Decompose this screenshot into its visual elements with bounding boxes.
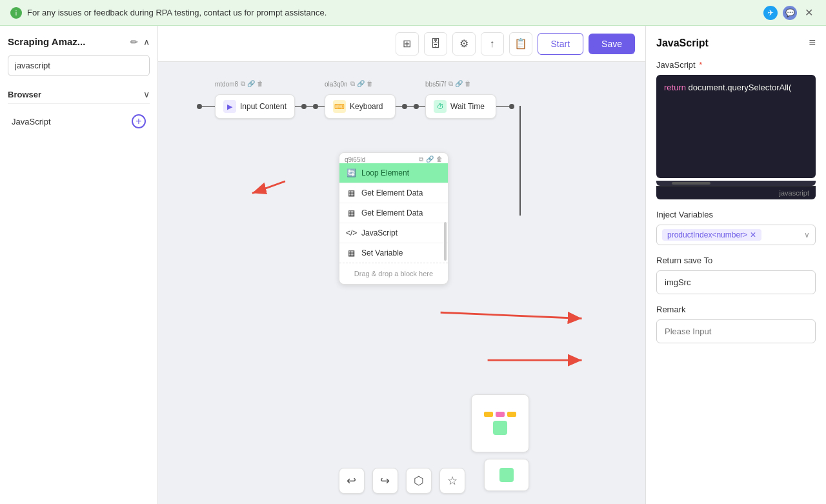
- link-icon[interactable]: 🔗: [247, 80, 255, 88]
- javascript-item-label: JavaScript: [12, 117, 51, 126]
- add-javascript-button[interactable]: +: [132, 114, 146, 128]
- panel-menu-icon[interactable]: ≡: [809, 36, 816, 50]
- undo-icon: ↩: [347, 474, 356, 488]
- star-button[interactable]: ☆: [439, 468, 465, 494]
- loop-scrollbar[interactable]: [444, 222, 447, 261]
- inject-tag-close[interactable]: ✕: [750, 230, 756, 239]
- cube-icon: ⬡: [414, 474, 424, 488]
- connector-2-3: [396, 104, 425, 109]
- editor-scrollbar[interactable]: [656, 181, 816, 186]
- input-content-label: Input Content: [240, 102, 287, 111]
- code-method: document.querySelectorAll(: [689, 83, 792, 92]
- panel-header: JavaScript ≡: [656, 36, 816, 50]
- get-element-1-label: Get Element Data: [361, 188, 423, 197]
- browser-label: Browser: [8, 90, 41, 99]
- keyboard-label: Keyboard: [350, 102, 383, 111]
- telegram-icon[interactable]: ✈: [763, 6, 778, 20]
- sidebar-header: Scraping Amaz... ✏ ∧: [8, 36, 150, 47]
- discord-icon[interactable]: 💬: [783, 6, 797, 20]
- copy-icon[interactable]: ⧉: [241, 80, 245, 88]
- browser-section: Browser ∨: [8, 85, 150, 104]
- database-icon-button[interactable]: 🗄: [424, 32, 447, 55]
- sidebar-title: Scraping Amaz...: [8, 36, 85, 47]
- star-icon: ☆: [447, 474, 458, 488]
- clipboard-icon-button[interactable]: 📋: [509, 32, 532, 55]
- loop-item-get-element-1[interactable]: ▦ Get Element Data: [339, 183, 448, 203]
- remark-input[interactable]: [656, 319, 816, 343]
- code-editor[interactable]: return document.querySelectorAll(: [656, 75, 816, 178]
- canvas-toolbar: ⊞ 🗄 ⚙ ↑ 📋 Start Save: [158, 26, 645, 62]
- notification-close-button[interactable]: ✕: [802, 4, 816, 21]
- main-layout: Scraping Amaz... ✏ ∧ Browser ∨ JavaScrip…: [0, 26, 826, 504]
- inject-tag: productIndex<number> ✕: [662, 229, 761, 241]
- connector-1-2: [295, 104, 325, 109]
- inject-input-row[interactable]: productIndex<number> ✕ ∨: [656, 225, 816, 245]
- copy-icon-3[interactable]: ⧉: [448, 80, 453, 88]
- sidebar-item-javascript[interactable]: JavaScript +: [8, 109, 150, 134]
- canvas-content[interactable]: mtdom8 ⧉ 🔗 🗑 ▶ Input Content: [158, 62, 645, 504]
- loop-element-icon: 🔄: [346, 168, 356, 177]
- delete-icon-3[interactable]: 🗑: [465, 80, 471, 88]
- mini-bar-orange-2: [507, 412, 516, 417]
- cube-button[interactable]: ⬡: [406, 468, 432, 494]
- mini-bars: [484, 412, 516, 417]
- notification-icons: ✈ 💬: [763, 6, 797, 20]
- return-save-section: Return save To: [656, 256, 816, 294]
- settings-icon-button[interactable]: ⚙: [452, 32, 476, 55]
- mini-box-green-2: [499, 468, 514, 482]
- start-button[interactable]: Start: [538, 33, 584, 55]
- node-id-bbs5i7f: bbs5i7f ⧉ 🔗 🗑: [425, 80, 471, 88]
- loop-card-id: q9i65ld ⧉ 🔗 🗑: [339, 153, 448, 163]
- copy-icon-2[interactable]: ⧉: [350, 80, 355, 88]
- vertical-connector: [519, 106, 521, 216]
- end-connector-line: [496, 106, 509, 107]
- save-button[interactable]: Save: [589, 34, 635, 54]
- loop-link-icon[interactable]: 🔗: [426, 156, 434, 163]
- redo-button[interactable]: ↪: [372, 468, 398, 494]
- notification-bar: i For any issues or feedback during RPA …: [0, 0, 826, 26]
- code-field-label: JavaScript *: [656, 60, 816, 70]
- redo-icon: ↪: [380, 474, 390, 488]
- loop-item-loop-element[interactable]: 🔄 Loop Element: [339, 163, 448, 183]
- return-save-input[interactable]: [656, 270, 816, 294]
- link-icon-3[interactable]: 🔗: [455, 80, 463, 88]
- info-icon: i: [10, 7, 22, 19]
- node-id-ola3q0n: ola3q0n ⧉ 🔗 🗑: [325, 80, 373, 88]
- loop-item-set-variable[interactable]: ▦ Set Variable: [339, 243, 448, 263]
- get-element-1-icon: ▦: [346, 188, 356, 197]
- input-content-icon: ▶: [223, 100, 236, 113]
- delete-icon-2[interactable]: 🗑: [367, 80, 373, 88]
- editor-footer: javascript: [656, 186, 816, 199]
- loop-card: q9i65ld ⧉ 🔗 🗑 🔄 Loop Element ▦: [339, 152, 448, 285]
- sidebar-header-icons: ✏ ∧: [130, 37, 150, 47]
- end-connector-dot: [509, 104, 514, 109]
- input-content-node[interactable]: ▶ Input Content: [215, 94, 295, 119]
- mini-bar-orange-1: [484, 412, 493, 417]
- keyboard-icon: ⌨: [333, 100, 346, 113]
- mini-box-green-1: [493, 421, 507, 435]
- grid-icon-button[interactable]: ⊞: [396, 32, 419, 55]
- right-panel: JavaScript ≡ JavaScript * return documen…: [645, 26, 826, 504]
- loop-item-javascript[interactable]: </> JavaScript: [339, 223, 448, 243]
- loop-copy-icon[interactable]: ⧉: [419, 156, 423, 163]
- inject-chevron-icon[interactable]: ∨: [804, 230, 810, 239]
- start-connector-dot: [197, 104, 202, 109]
- keyboard-node[interactable]: ⌨ Keyboard: [325, 94, 396, 119]
- loop-js-label: JavaScript: [361, 228, 398, 237]
- wait-time-node-wrapper: bbs5i7f ⧉ 🔗 🗑 ⏱ Wait Time: [425, 94, 496, 119]
- wait-time-node[interactable]: ⏱ Wait Time: [425, 94, 496, 119]
- drag-drop-area: Drag & drop a block here: [339, 263, 448, 284]
- input-content-node-wrapper: mtdom8 ⧉ 🔗 🗑 ▶ Input Content: [215, 94, 295, 119]
- export-icon-button[interactable]: ↑: [481, 32, 504, 55]
- mini-thumbnail-card-2: [484, 459, 529, 491]
- canvas-area: ⊞ 🗄 ⚙ ↑ 📋 Start Save mtdom8 ⧉: [158, 26, 645, 504]
- search-input[interactable]: [8, 55, 150, 76]
- edit-icon[interactable]: ✏: [130, 37, 138, 47]
- loop-item-get-element-2[interactable]: ▦ Get Element Data: [339, 203, 448, 223]
- collapse-icon[interactable]: ∧: [143, 37, 150, 47]
- undo-button[interactable]: ↩: [339, 468, 365, 494]
- browser-expand-icon[interactable]: ∨: [143, 89, 150, 99]
- loop-delete-icon[interactable]: 🗑: [436, 156, 443, 163]
- link-icon-2[interactable]: 🔗: [357, 80, 365, 88]
- delete-icon[interactable]: 🗑: [257, 80, 263, 88]
